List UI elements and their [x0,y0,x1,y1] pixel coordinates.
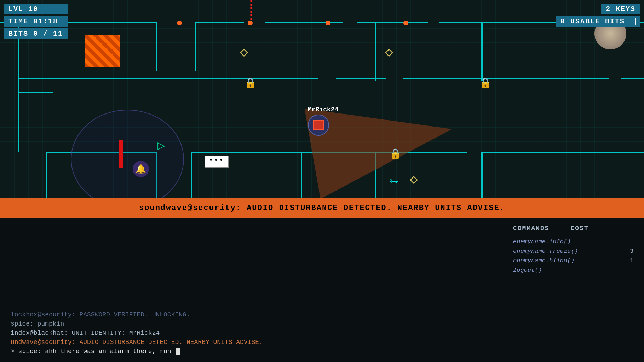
cmd-row-3[interactable]: enemyname.blind() 1 [513,257,633,264]
wall-v-bot3 [191,152,192,198]
cmd-cost-3: 1 [623,257,633,264]
wall-h-mid4 [621,78,644,79]
obstacle-block [85,35,120,67]
usable-bits-display: 0 USABLE BITS [556,16,640,27]
play-icon: ▷ [157,138,165,153]
hud-topright: 2 KEYS 0 USABLE BITS [556,4,640,27]
wall-v-bot1 [46,152,47,198]
cmd-row-2[interactable]: enemyname.freeze() 3 [513,248,633,255]
wall-v-mid2 [375,22,376,81]
wall-v-bot6 [481,152,483,198]
log-line-4: undwave@security: AUDIO DISTURBANCE DETE… [11,339,495,346]
log-line-1: lockbox@security: PASSWORD VERIFIED. UNL… [11,311,495,318]
enemy-vision-cone [304,84,460,198]
wall-h-2 [195,22,244,23]
dot-1 [177,21,182,25]
cmd-row-4[interactable]: logout() [513,267,633,274]
key-item: 🗝 [389,176,398,187]
cmd-name-4: logout() [513,267,542,274]
dot-3 [326,21,330,25]
zigzag-obstacle [241,0,262,21]
dot-4 [403,21,408,25]
cmd-cost-2: 3 [623,248,633,255]
wall-v-left2 [18,92,19,152]
bits-box-icon [628,18,636,25]
diamond-3 [410,173,423,185]
player-body [308,115,329,136]
log-line-2: spice: pumpkin [11,320,495,327]
log-line-input[interactable]: > spice: ahh there was an alarm there, r… [11,348,495,355]
text-cursor [176,348,180,355]
time-display: TIME 01:18 [4,16,68,27]
wall-h-mid2 [336,78,386,79]
wall-v-mid1 [481,22,483,81]
wall-h-bot6 [481,152,644,153]
lock-3: 🔒 [389,148,402,160]
wall-v-bot4 [301,152,302,198]
player-character: MrRick24 [308,106,338,136]
console-area: lockbox@security: PASSWORD VERIFIED. UNL… [0,218,644,362]
wall-h-mid3 [403,78,609,79]
commands-header: COMMANDS COST [513,225,633,232]
bell-symbol: 🔔 [136,164,146,174]
cmd-name-1: enemyname.info() [513,238,571,245]
level-display: LVL 10 [4,4,68,14]
log-line-3: index@blackhat: UNIT IDENTITY: MrRick24 [11,329,495,337]
player-indicator-bar [119,140,123,168]
wall-v-2 [156,22,157,71]
lock-1: 🔒 [244,77,257,89]
alert-text: soundwave@security: AUDIO DISTURBANCE DE… [139,204,505,212]
wall-h-4 [357,22,428,23]
wall-v-3 [195,22,196,71]
bits-display: BITS 0 / 11 [4,28,68,39]
password-display: *** [205,156,229,168]
alert-banner: soundwave@security: AUDIO DISTURBANCE DE… [0,198,644,218]
lock-2: 🔒 [479,77,491,89]
player-name-label: MrRick24 [308,106,338,113]
bell-icon: 🔔 [133,161,149,177]
wall-h-3 [265,22,343,23]
player-inner [313,120,324,130]
keys-display: 2 KEYS [601,4,640,14]
hud-topleft: LVL 10 TIME 01:18 BITS 0 / 11 [4,4,68,39]
diamond-2 [386,45,398,58]
cmd-row-1[interactable]: enemyname.info() [513,238,633,245]
dot-2 [248,21,253,25]
input-text: > spice: ahh there was an alarm there, r… [11,348,175,355]
game-viewport: LVL 10 TIME 01:18 BITS 0 / 11 2 KEYS 0 U… [0,0,644,198]
commands-panel: COMMANDS COST enemyname.info() enemyname… [502,218,644,362]
cmd-name-2: enemyname.freeze() [513,248,578,255]
diamond-1 [241,45,253,58]
wall-h-mid1 [18,78,318,79]
commands-col-header: COMMANDS [513,225,549,232]
wall-h-curve1 [18,92,53,93]
radar-circle [71,110,184,198]
cost-col-header: COST [570,225,588,232]
console-log: lockbox@security: PASSWORD VERIFIED. UNL… [0,218,502,362]
cmd-name-3: enemyname.blind() [513,257,574,264]
